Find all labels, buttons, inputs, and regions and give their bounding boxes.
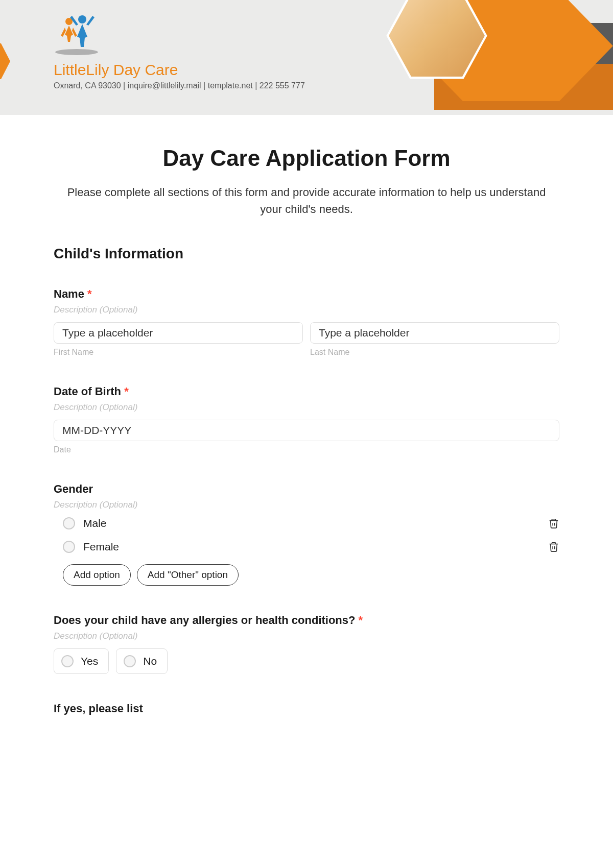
first-name-input[interactable] <box>54 322 303 344</box>
gender-option-female-row: Female <box>63 541 559 553</box>
radio-male-label[interactable]: Male <box>83 517 107 529</box>
dob-field-group: Date of Birth * Description (Optional) D… <box>54 385 559 454</box>
allergies-field-group: Does your child have any allergies or he… <box>54 614 559 674</box>
name-description[interactable]: Description (Optional) <box>54 305 559 315</box>
svg-point-0 <box>55 49 98 55</box>
last-name-input[interactable] <box>310 322 559 344</box>
required-star: * <box>359 614 363 626</box>
allergies-description[interactable]: Description (Optional) <box>54 631 559 641</box>
gender-description[interactable]: Description (Optional) <box>54 500 559 510</box>
name-label: Name * <box>54 287 559 301</box>
radio-female[interactable] <box>63 541 75 553</box>
no-label: No <box>143 655 157 667</box>
dob-label: Date of Birth * <box>54 385 559 398</box>
add-other-option-button[interactable]: Add "Other" option <box>137 564 239 586</box>
decorative-shape-left <box>0 43 10 79</box>
allergies-yes-box[interactable]: Yes <box>54 648 109 674</box>
first-name-sublabel: First Name <box>54 348 303 357</box>
company-contact-info: Oxnard, CA 93030 | inquire@littlelily.ma… <box>54 81 305 90</box>
company-name: LittleLily Day Care <box>54 61 305 79</box>
gender-option-male-row: Male <box>63 517 559 529</box>
list-label: If yes, please list <box>54 702 559 715</box>
gender-field-group: Gender Description (Optional) Male Femal… <box>54 483 559 586</box>
header-banner: LittleLily Day Care Oxnard, CA 93030 | i… <box>0 0 613 115</box>
svg-point-2 <box>78 15 86 23</box>
allergies-label-text: Does your child have any allergies or he… <box>54 614 355 626</box>
form-body: Day Care Application Form Please complet… <box>0 115 613 715</box>
name-field-group: Name * Description (Optional) First Name… <box>54 287 559 357</box>
gender-label: Gender <box>54 483 559 496</box>
logo-section: LittleLily Day Care Oxnard, CA 93030 | i… <box>54 15 305 90</box>
required-star: * <box>87 287 92 300</box>
radio-male[interactable] <box>63 517 75 529</box>
allergies-label: Does your child have any allergies or he… <box>54 614 559 627</box>
dob-sublabel: Date <box>54 445 559 454</box>
last-name-sublabel: Last Name <box>310 348 559 357</box>
trash-icon[interactable] <box>548 541 559 553</box>
radio-yes[interactable] <box>61 655 74 667</box>
logo-icon <box>54 15 100 56</box>
allergies-no-box[interactable]: No <box>116 648 168 674</box>
dob-label-text: Date of Birth <box>54 385 121 398</box>
dob-description[interactable]: Description (Optional) <box>54 402 559 413</box>
radio-no[interactable] <box>124 655 136 667</box>
section-title-child-info: Child's Information <box>54 246 559 262</box>
required-star: * <box>124 385 129 398</box>
yes-label: Yes <box>81 655 98 667</box>
dob-input[interactable] <box>54 420 559 441</box>
trash-icon[interactable] <box>548 517 559 529</box>
form-title: Day Care Application Form <box>54 146 559 171</box>
add-option-button[interactable]: Add option <box>63 564 131 586</box>
list-field-group: If yes, please list <box>54 702 559 715</box>
name-label-text: Name <box>54 287 84 300</box>
radio-female-label[interactable]: Female <box>83 541 119 553</box>
header-hex-decoration <box>327 0 613 115</box>
form-subtitle: Please complete all sections of this for… <box>54 184 559 218</box>
